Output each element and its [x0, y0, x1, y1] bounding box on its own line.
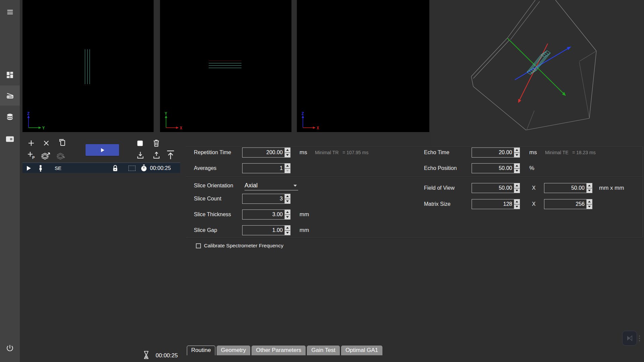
play-icon	[99, 147, 105, 153]
widget-logo-icon[interactable]	[622, 331, 637, 346]
tab-optimal-ga1[interactable]: Optimal GA1	[341, 346, 382, 355]
repetition-time-field	[242, 147, 290, 158]
registration-card-icon[interactable]	[0, 130, 20, 147]
run-button[interactable]	[86, 144, 119, 156]
slice-count-field	[242, 194, 290, 204]
step-up-button[interactable]	[514, 148, 520, 153]
step-up-button[interactable]	[285, 226, 290, 230]
step-up-button[interactable]	[514, 183, 520, 188]
step-up-button[interactable]	[514, 199, 520, 204]
field-of-view-label: Field of View	[424, 183, 454, 193]
dashboard-icon[interactable]	[0, 66, 20, 83]
tab-gain-test[interactable]: Gain Test	[307, 346, 340, 355]
calibrate-checkbox-label[interactable]: Calibrate Spectrometer Frequency	[204, 243, 283, 249]
step-up-button[interactable]	[285, 194, 290, 199]
slice-count-input[interactable]	[243, 194, 284, 203]
step-up-button[interactable]	[587, 199, 592, 204]
tab-routine[interactable]: Routine	[187, 346, 215, 355]
step-down-button[interactable]	[285, 153, 290, 158]
viewport-yx[interactable]: Y X	[160, 0, 291, 132]
minimal-tr-value: = 107.95 ms	[342, 147, 368, 158]
echo-position-field	[472, 163, 520, 173]
play-icon[interactable]	[26, 163, 31, 173]
averages-input[interactable]	[243, 164, 284, 173]
echo-time-input[interactable]	[472, 148, 514, 157]
trash-icon[interactable]	[152, 138, 161, 148]
divider	[186, 237, 643, 238]
echo-time-label: Echo Time	[424, 147, 449, 158]
axis-blue-z	[515, 47, 571, 80]
panel-right-border	[643, 146, 643, 237]
viewport-zy[interactable]: Z Y	[22, 0, 154, 132]
stack-disabled-icon[interactable]	[56, 151, 66, 160]
slice-gap-stepper	[284, 226, 290, 235]
slice-gap-input[interactable]	[243, 226, 284, 235]
step-down-button[interactable]	[587, 204, 592, 209]
add-protocol-icon[interactable]: P	[27, 151, 36, 160]
slice-gap-field	[242, 225, 290, 235]
step-down-button[interactable]	[514, 153, 520, 158]
fov-x-input[interactable]	[472, 183, 514, 193]
step-down-button[interactable]	[285, 169, 290, 173]
stop-icon[interactable]	[137, 140, 143, 146]
duplicate-icon[interactable]	[58, 138, 66, 147]
repetition-time-stepper	[284, 148, 290, 157]
echo-position-stepper	[514, 164, 520, 173]
menu-icon[interactable]	[0, 3, 20, 21]
matrix-x-input[interactable]	[472, 199, 514, 209]
upload-icon[interactable]	[152, 150, 161, 160]
close-icon[interactable]	[42, 139, 50, 147]
matrix-separator: X	[532, 199, 536, 209]
add-icon[interactable]	[27, 139, 36, 147]
step-down-button[interactable]	[285, 199, 290, 204]
slice-thickness-input[interactable]	[243, 210, 284, 219]
matrix-y-input[interactable]	[544, 199, 586, 209]
step-down-button[interactable]	[285, 231, 290, 235]
viewport-zx[interactable]: Z X	[297, 0, 429, 132]
power-icon[interactable]	[0, 339, 20, 357]
echo-time-stepper	[514, 148, 520, 157]
step-up-button[interactable]	[285, 210, 290, 215]
slice-line	[209, 68, 241, 68]
echo-position-input[interactable]	[472, 164, 514, 173]
calibrate-checkbox[interactable]	[196, 243, 201, 248]
step-up-button[interactable]	[285, 164, 290, 168]
slice-orientation-select[interactable]: Axial	[245, 181, 298, 190]
publish-icon[interactable]	[165, 149, 175, 160]
step-up-button[interactable]	[587, 183, 592, 188]
step-down-button[interactable]	[587, 188, 592, 193]
fov-y-field	[544, 183, 592, 193]
viewport-3d[interactable]	[431, 0, 643, 146]
minimal-tr-label: Minimal TR	[315, 147, 339, 158]
selection-rect-icon[interactable]	[128, 163, 136, 173]
step-down-button[interactable]	[285, 215, 290, 220]
tab-other-parameters[interactable]: Other Parameters	[252, 346, 306, 355]
step-down-button[interactable]	[514, 204, 520, 209]
axis-label-y: Y	[165, 112, 167, 116]
axis-label-z: Z	[302, 112, 304, 116]
axis-label-x: X	[317, 126, 319, 130]
repetition-time-input[interactable]	[243, 148, 284, 157]
step-down-button[interactable]	[514, 169, 520, 173]
echo-position-unit: %	[529, 163, 534, 173]
minimal-te-label: Minimal TE	[545, 147, 569, 158]
tab-geometry[interactable]: Geometry	[217, 346, 251, 355]
database-icon[interactable]	[0, 108, 20, 125]
step-up-button[interactable]	[285, 148, 290, 153]
scanner-icon[interactable]	[0, 85, 20, 106]
divider	[186, 146, 643, 147]
chevron-down-icon	[293, 185, 297, 187]
step-down-button[interactable]	[514, 188, 520, 193]
download-icon[interactable]	[136, 150, 145, 160]
matrix-x-stepper	[514, 199, 520, 209]
export-stack-icon[interactable]	[40, 151, 51, 160]
fov-y-input[interactable]	[544, 183, 586, 193]
lock-icon[interactable]	[112, 163, 118, 173]
sequence-row[interactable]: SE 00:00:25	[22, 163, 180, 173]
widget-drag-handle[interactable]	[639, 336, 640, 341]
slice-line	[87, 49, 88, 84]
repetition-time-unit: ms	[300, 147, 307, 158]
parameter-tabs: Routine Geometry Other Parameters Gain T…	[187, 346, 382, 355]
step-up-button[interactable]	[514, 164, 520, 168]
matrix-y-field	[544, 199, 592, 209]
